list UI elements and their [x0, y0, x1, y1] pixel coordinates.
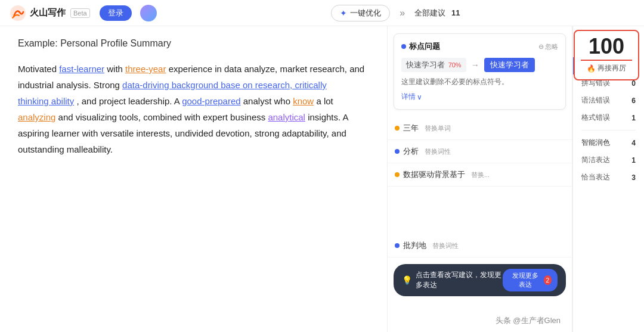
sidebar-item-appropriate[interactable]: 恰当表达 3 — [573, 169, 644, 186]
dot-blue-2 — [395, 149, 400, 154]
dot-blue-4 — [395, 243, 400, 248]
discover-button[interactable]: 发现更多表达 2 — [503, 269, 558, 291]
score-box: 100 🔥 再接再厉 — [574, 30, 639, 80]
card-title-1: 标点问题 — [401, 41, 440, 52]
suggestion-panel: 标点问题 ⊖ 忽略 快速学习者 70% → 快速学习者 这里建议删除不必要的标点… — [388, 26, 572, 332]
card-header-1: 标点问题 ⊖ 忽略 — [401, 41, 558, 52]
doc-content: Motivated fast-learner with three-year e… — [18, 61, 369, 157]
text-fast-learner[interactable]: fast-learner — [59, 64, 104, 74]
chevron-down-icon: ∨ — [417, 93, 422, 101]
score-text: 再接再厉 — [597, 63, 626, 73]
item2-tag: 替换词性 — [425, 147, 451, 156]
login-button[interactable]: 登录 — [100, 5, 132, 21]
ignore-button-1[interactable]: ⊖ 忽略 — [538, 42, 558, 51]
word-suggested-1[interactable]: 快速学习者 — [484, 58, 535, 72]
suggestion-item-4[interactable]: 批判地 替换词性 — [388, 234, 572, 257]
original-score: 70% — [448, 61, 462, 69]
grammar-count: 6 — [631, 97, 636, 105]
logo-text: 火山写作 — [30, 7, 66, 18]
detail-text: 详情 — [401, 92, 416, 102]
fire-icon: 🔥 — [587, 64, 596, 73]
original-text: 快速学习者 — [406, 60, 445, 69]
item4-tag: 替换词性 — [432, 241, 459, 250]
discover-label: 发现更多表达 — [509, 271, 541, 289]
word-original-1: 快速学习者 70% — [401, 58, 466, 72]
header-center: ✦ 一键优化 » 全部建议 11 — [157, 5, 634, 21]
suggestion-item-2[interactable]: 分析 替换词性 — [388, 140, 572, 163]
text-analyzing[interactable]: analyzing — [18, 112, 55, 122]
sidebar-item-concise[interactable]: 简洁表达 1 — [573, 151, 644, 169]
grammar-label: 语法错误 — [581, 95, 610, 106]
item3-label: 数据驱动背景基于 — [403, 169, 465, 180]
suggestions-count: 11 — [451, 8, 460, 17]
card-desc-1: 这里建议删除不必要的标点符号。 — [401, 77, 558, 87]
optimize-label: 一键优化 — [350, 8, 381, 18]
avatar-button[interactable] — [140, 5, 157, 21]
text-good-prepared[interactable]: good-prepared — [182, 96, 240, 106]
text-know[interactable]: know — [293, 96, 314, 106]
bulb-icon: 💡 — [402, 275, 412, 285]
tooltip-bar: 💡 点击查看改写建议，发现更多表达 发现更多表达 2 — [394, 264, 566, 296]
item1-label: 三年 — [403, 123, 419, 134]
text-analytical[interactable]: analytical — [268, 112, 305, 122]
suggestion-card-1: 标点问题 ⊖ 忽略 快速学习者 70% → 快速学习者 这里建议删除不必要的标点… — [394, 33, 566, 110]
dot-blue-1 — [401, 44, 406, 49]
beta-badge: Beta — [70, 8, 90, 18]
tooltip-text: 💡 点击查看改写建议，发现更多表达 — [402, 270, 503, 290]
sidebar-item-grammar[interactable]: 语法错误 6 — [573, 92, 644, 109]
ignore-label: 忽略 — [545, 42, 558, 51]
star-icon: ✦ — [340, 8, 347, 18]
text-three-year[interactable]: three-year — [125, 64, 166, 74]
concise-count: 1 — [631, 156, 636, 165]
text-alot: a lot — [316, 96, 333, 106]
item3-tag: 替换... — [471, 170, 490, 179]
suggestions-label: 全部建议 — [414, 8, 445, 18]
concise-label: 简洁表达 — [581, 155, 610, 165]
sidebar-item-format[interactable]: 格式错误 1 — [573, 109, 644, 126]
optimize-button[interactable]: ✦ 一键优化 — [331, 5, 390, 21]
editor-area: Example: Personal Profile Summary Motiva… — [0, 26, 388, 332]
text-and: , and project leadership. A — [76, 96, 182, 106]
text-motivated: Motivated — [18, 64, 59, 74]
more-button[interactable]: » — [396, 7, 408, 20]
item4-label: 批判地 — [403, 240, 426, 251]
logo-area: 火山写作 Beta 登录 — [10, 5, 157, 21]
dot-orange-3 — [395, 172, 400, 177]
polish-count: 4 — [631, 139, 636, 147]
score-label: 🔥 再接再厉 — [581, 63, 632, 73]
discover-badge: 2 — [544, 275, 552, 285]
divider-2 — [581, 130, 636, 131]
app-header: 火山写作 Beta 登录 ✦ 一键优化 » 全部建议 11 — [0, 0, 644, 26]
score-separator — [581, 60, 632, 61]
main-container: Example: Personal Profile Summary Motiva… — [0, 26, 644, 332]
card-detail-1[interactable]: 详情 ∨ — [401, 92, 558, 102]
format-count: 1 — [631, 114, 636, 122]
suggestion-item-1[interactable]: 三年 替换单词 — [388, 117, 572, 140]
tooltip-message: 点击查看改写建议，发现更多表达 — [416, 270, 503, 290]
format-label: 格式错误 — [581, 113, 610, 123]
text-with: with — [107, 64, 125, 74]
logo-icon — [10, 5, 26, 21]
score-number: 100 — [581, 36, 632, 57]
watermark: 头条 @生产者Glen — [496, 315, 561, 326]
appropriate-label: 恰当表达 — [581, 172, 610, 182]
doc-title: Example: Personal Profile Summary — [18, 38, 369, 49]
item2-label: 分析 — [403, 146, 419, 157]
sidebar-polish-header[interactable]: 智能润色 4 — [573, 134, 644, 151]
circle-minus-icon: ⊖ — [538, 43, 544, 51]
arrow-right-icon: → — [471, 60, 479, 70]
item1-tag: 替换单词 — [425, 124, 451, 133]
card-title-text-1: 标点问题 — [409, 41, 440, 52]
suggestion-item-3[interactable]: 数据驱动背景基于 替换... — [388, 163, 572, 187]
appropriate-count: 3 — [631, 173, 636, 182]
word-comparison-1: 快速学习者 70% → 快速学习者 — [401, 58, 558, 72]
text-and-vis: and visualizing tools, combined with exp… — [58, 112, 268, 122]
text-analyst: analyst who — [243, 96, 293, 106]
dot-orange-1 — [395, 126, 400, 131]
polish-label: 智能润色 — [581, 138, 610, 148]
